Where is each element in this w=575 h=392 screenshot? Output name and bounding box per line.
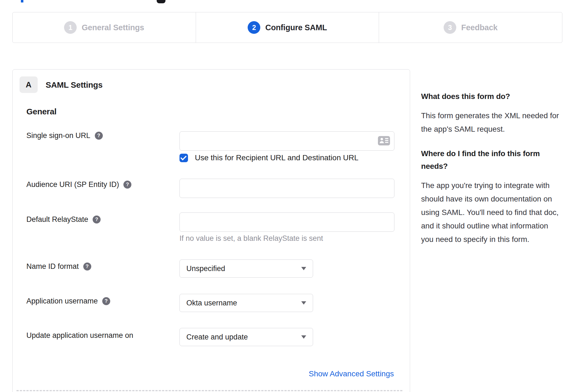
help-body: The app you're trying to integrate with … (421, 179, 563, 246)
step-number-badge: 3 (444, 21, 456, 34)
chevron-down-icon (301, 301, 306, 305)
show-advanced-settings-link[interactable]: Show Advanced Settings (309, 369, 394, 378)
step-number-badge: 1 (64, 21, 77, 34)
step-label: Feedback (461, 23, 497, 32)
top-edge-fragment-blue (21, 0, 23, 2)
relay-state-label-row: Default RelayState ? (26, 214, 101, 224)
field-label: Single sign-on URL (26, 131, 90, 140)
app-username-select[interactable]: Okta username (179, 294, 313, 312)
step-general-settings[interactable]: 1 General Settings (13, 12, 196, 43)
relay-state-input[interactable] (179, 212, 394, 232)
step-number-badge: 2 (248, 21, 260, 34)
contact-card-icon (378, 136, 390, 147)
recipient-url-checkbox[interactable] (179, 154, 188, 162)
checkmark-icon (180, 154, 187, 160)
selected-value: Unspecified (186, 264, 225, 273)
step-configure-saml[interactable]: 2 Configure SAML (196, 12, 379, 43)
audience-uri-input[interactable] (179, 179, 394, 198)
relay-state-hint: If no value is set, a blank RelayState i… (179, 234, 323, 243)
step-feedback[interactable]: 3 Feedback (379, 12, 562, 43)
section-divider (16, 390, 402, 391)
top-edge-fragment-dark (157, 0, 165, 3)
help-icon[interactable]: ? (123, 181, 131, 189)
step-label: Configure SAML (265, 23, 327, 32)
audience-uri-label-row: Audience URI (SP Entity ID) ? (26, 180, 131, 189)
field-label: Audience URI (SP Entity ID) (26, 180, 119, 189)
sso-url-input-wrap (179, 131, 394, 151)
panel-title: SAML Settings (46, 80, 103, 90)
wizard-stepper: 1 General Settings 2 Configure SAML 3 Fe… (12, 12, 562, 43)
field-label: Name ID format (26, 262, 79, 271)
recipient-url-checkbox-label[interactable]: Use this for Recipient URL and Destinati… (195, 153, 358, 162)
update-username-select[interactable]: Create and update (179, 328, 313, 346)
chevron-down-icon (301, 335, 306, 339)
update-username-label-row: Update application username on (26, 330, 133, 340)
section-a-badge: A (20, 76, 38, 93)
app-username-label-row: Application username ? (26, 296, 110, 306)
step-label: General Settings (82, 23, 144, 32)
help-heading: What does this form do? (421, 90, 563, 103)
help-body: This form generates the XML needed for t… (421, 109, 563, 136)
help-icon[interactable]: ? (95, 132, 103, 140)
help-icon[interactable]: ? (83, 263, 91, 270)
sso-url-input[interactable] (179, 131, 394, 151)
help-heading: Where do I find the info this form needs… (421, 147, 563, 173)
audience-uri-input-wrap (179, 179, 394, 198)
field-label: Application username (26, 297, 98, 305)
chevron-down-icon (301, 267, 306, 270)
sso-url-label-row: Single sign-on URL ? (26, 131, 103, 140)
selected-value: Okta username (186, 299, 237, 307)
help-sidebar: What does this form do? This form genera… (421, 90, 563, 246)
group-title-general: General (26, 107, 57, 116)
field-label: Update application username on (26, 331, 133, 340)
help-icon[interactable]: ? (93, 216, 101, 223)
name-id-format-select[interactable]: Unspecified (179, 260, 313, 278)
field-label: Default RelayState (26, 215, 88, 224)
selected-value: Create and update (186, 333, 248, 341)
help-icon[interactable]: ? (102, 297, 110, 305)
saml-settings-panel: A SAML Settings General Single sign-on U… (12, 69, 410, 392)
relay-state-input-wrap (179, 212, 394, 232)
name-id-format-label-row: Name ID format ? (26, 261, 91, 271)
page: 1 General Settings 2 Configure SAML 3 Fe… (0, 0, 575, 392)
